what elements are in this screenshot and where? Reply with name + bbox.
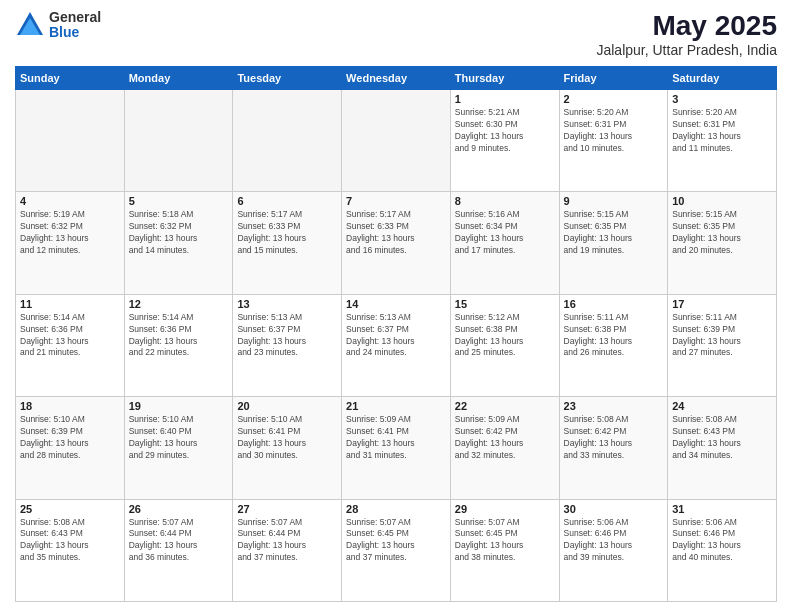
day-number: 23 — [564, 400, 664, 412]
day-number: 22 — [455, 400, 555, 412]
day-number: 10 — [672, 195, 772, 207]
day-number: 13 — [237, 298, 337, 310]
day-number: 30 — [564, 503, 664, 515]
day-number: 16 — [564, 298, 664, 310]
day-info: Sunrise: 5:09 AM Sunset: 6:41 PM Dayligh… — [346, 414, 446, 462]
calendar-cell — [16, 90, 125, 192]
day-number: 11 — [20, 298, 120, 310]
calendar-week-2: 4Sunrise: 5:19 AM Sunset: 6:32 PM Daylig… — [16, 192, 777, 294]
header-saturday: Saturday — [668, 67, 777, 90]
day-info: Sunrise: 5:21 AM Sunset: 6:30 PM Dayligh… — [455, 107, 555, 155]
day-number: 17 — [672, 298, 772, 310]
calendar-cell: 20Sunrise: 5:10 AM Sunset: 6:41 PM Dayli… — [233, 397, 342, 499]
calendar-cell: 30Sunrise: 5:06 AM Sunset: 6:46 PM Dayli… — [559, 499, 668, 601]
day-number: 20 — [237, 400, 337, 412]
day-info: Sunrise: 5:17 AM Sunset: 6:33 PM Dayligh… — [346, 209, 446, 257]
day-number: 25 — [20, 503, 120, 515]
day-number: 3 — [672, 93, 772, 105]
day-info: Sunrise: 5:07 AM Sunset: 6:44 PM Dayligh… — [237, 517, 337, 565]
calendar-cell: 2Sunrise: 5:20 AM Sunset: 6:31 PM Daylig… — [559, 90, 668, 192]
day-info: Sunrise: 5:09 AM Sunset: 6:42 PM Dayligh… — [455, 414, 555, 462]
calendar-cell — [342, 90, 451, 192]
calendar-cell: 19Sunrise: 5:10 AM Sunset: 6:40 PM Dayli… — [124, 397, 233, 499]
day-info: Sunrise: 5:19 AM Sunset: 6:32 PM Dayligh… — [20, 209, 120, 257]
calendar-cell: 12Sunrise: 5:14 AM Sunset: 6:36 PM Dayli… — [124, 294, 233, 396]
calendar-cell: 15Sunrise: 5:12 AM Sunset: 6:38 PM Dayli… — [450, 294, 559, 396]
calendar-cell: 13Sunrise: 5:13 AM Sunset: 6:37 PM Dayli… — [233, 294, 342, 396]
day-info: Sunrise: 5:07 AM Sunset: 6:44 PM Dayligh… — [129, 517, 229, 565]
logo: General Blue — [15, 10, 101, 41]
day-info: Sunrise: 5:15 AM Sunset: 6:35 PM Dayligh… — [564, 209, 664, 257]
day-info: Sunrise: 5:08 AM Sunset: 6:43 PM Dayligh… — [20, 517, 120, 565]
calendar-cell: 18Sunrise: 5:10 AM Sunset: 6:39 PM Dayli… — [16, 397, 125, 499]
day-number: 7 — [346, 195, 446, 207]
day-info: Sunrise: 5:17 AM Sunset: 6:33 PM Dayligh… — [237, 209, 337, 257]
calendar-cell: 21Sunrise: 5:09 AM Sunset: 6:41 PM Dayli… — [342, 397, 451, 499]
calendar-cell: 28Sunrise: 5:07 AM Sunset: 6:45 PM Dayli… — [342, 499, 451, 601]
day-info: Sunrise: 5:20 AM Sunset: 6:31 PM Dayligh… — [672, 107, 772, 155]
calendar-cell: 5Sunrise: 5:18 AM Sunset: 6:32 PM Daylig… — [124, 192, 233, 294]
day-info: Sunrise: 5:15 AM Sunset: 6:35 PM Dayligh… — [672, 209, 772, 257]
page: General Blue May 2025 Jalalpur, Uttar Pr… — [0, 0, 792, 612]
day-number: 31 — [672, 503, 772, 515]
calendar-cell: 29Sunrise: 5:07 AM Sunset: 6:45 PM Dayli… — [450, 499, 559, 601]
day-number: 24 — [672, 400, 772, 412]
header-friday: Friday — [559, 67, 668, 90]
calendar-week-4: 18Sunrise: 5:10 AM Sunset: 6:39 PM Dayli… — [16, 397, 777, 499]
day-info: Sunrise: 5:16 AM Sunset: 6:34 PM Dayligh… — [455, 209, 555, 257]
calendar-cell: 16Sunrise: 5:11 AM Sunset: 6:38 PM Dayli… — [559, 294, 668, 396]
calendar-cell: 17Sunrise: 5:11 AM Sunset: 6:39 PM Dayli… — [668, 294, 777, 396]
calendar-cell: 8Sunrise: 5:16 AM Sunset: 6:34 PM Daylig… — [450, 192, 559, 294]
calendar-cell: 6Sunrise: 5:17 AM Sunset: 6:33 PM Daylig… — [233, 192, 342, 294]
day-number: 2 — [564, 93, 664, 105]
header-monday: Monday — [124, 67, 233, 90]
calendar-cell: 11Sunrise: 5:14 AM Sunset: 6:36 PM Dayli… — [16, 294, 125, 396]
weekday-header-row: Sunday Monday Tuesday Wednesday Thursday… — [16, 67, 777, 90]
day-number: 9 — [564, 195, 664, 207]
calendar-week-1: 1Sunrise: 5:21 AM Sunset: 6:30 PM Daylig… — [16, 90, 777, 192]
day-number: 14 — [346, 298, 446, 310]
day-number: 6 — [237, 195, 337, 207]
day-number: 26 — [129, 503, 229, 515]
calendar-week-5: 25Sunrise: 5:08 AM Sunset: 6:43 PM Dayli… — [16, 499, 777, 601]
calendar-cell: 9Sunrise: 5:15 AM Sunset: 6:35 PM Daylig… — [559, 192, 668, 294]
day-number: 27 — [237, 503, 337, 515]
title-location: Jalalpur, Uttar Pradesh, India — [596, 42, 777, 58]
day-info: Sunrise: 5:06 AM Sunset: 6:46 PM Dayligh… — [564, 517, 664, 565]
calendar-cell: 1Sunrise: 5:21 AM Sunset: 6:30 PM Daylig… — [450, 90, 559, 192]
day-number: 1 — [455, 93, 555, 105]
calendar-cell: 14Sunrise: 5:13 AM Sunset: 6:37 PM Dayli… — [342, 294, 451, 396]
calendar-cell: 26Sunrise: 5:07 AM Sunset: 6:44 PM Dayli… — [124, 499, 233, 601]
day-info: Sunrise: 5:14 AM Sunset: 6:36 PM Dayligh… — [129, 312, 229, 360]
calendar-cell: 4Sunrise: 5:19 AM Sunset: 6:32 PM Daylig… — [16, 192, 125, 294]
logo-blue: Blue — [49, 25, 101, 40]
day-info: Sunrise: 5:07 AM Sunset: 6:45 PM Dayligh… — [455, 517, 555, 565]
calendar-cell: 7Sunrise: 5:17 AM Sunset: 6:33 PM Daylig… — [342, 192, 451, 294]
logo-icon — [15, 10, 45, 40]
day-info: Sunrise: 5:08 AM Sunset: 6:43 PM Dayligh… — [672, 414, 772, 462]
calendar-cell: 22Sunrise: 5:09 AM Sunset: 6:42 PM Dayli… — [450, 397, 559, 499]
title-section: May 2025 Jalalpur, Uttar Pradesh, India — [596, 10, 777, 58]
day-info: Sunrise: 5:10 AM Sunset: 6:39 PM Dayligh… — [20, 414, 120, 462]
title-month: May 2025 — [596, 10, 777, 42]
day-info: Sunrise: 5:10 AM Sunset: 6:40 PM Dayligh… — [129, 414, 229, 462]
calendar-cell: 24Sunrise: 5:08 AM Sunset: 6:43 PM Dayli… — [668, 397, 777, 499]
day-number: 21 — [346, 400, 446, 412]
day-number: 5 — [129, 195, 229, 207]
day-number: 12 — [129, 298, 229, 310]
calendar-cell: 31Sunrise: 5:06 AM Sunset: 6:46 PM Dayli… — [668, 499, 777, 601]
day-number: 4 — [20, 195, 120, 207]
calendar-cell: 25Sunrise: 5:08 AM Sunset: 6:43 PM Dayli… — [16, 499, 125, 601]
day-info: Sunrise: 5:13 AM Sunset: 6:37 PM Dayligh… — [237, 312, 337, 360]
day-info: Sunrise: 5:08 AM Sunset: 6:42 PM Dayligh… — [564, 414, 664, 462]
day-info: Sunrise: 5:11 AM Sunset: 6:38 PM Dayligh… — [564, 312, 664, 360]
day-info: Sunrise: 5:18 AM Sunset: 6:32 PM Dayligh… — [129, 209, 229, 257]
day-number: 19 — [129, 400, 229, 412]
day-number: 18 — [20, 400, 120, 412]
calendar-cell: 23Sunrise: 5:08 AM Sunset: 6:42 PM Dayli… — [559, 397, 668, 499]
calendar-table: Sunday Monday Tuesday Wednesday Thursday… — [15, 66, 777, 602]
day-number: 15 — [455, 298, 555, 310]
day-info: Sunrise: 5:14 AM Sunset: 6:36 PM Dayligh… — [20, 312, 120, 360]
day-number: 8 — [455, 195, 555, 207]
logo-text: General Blue — [49, 10, 101, 41]
